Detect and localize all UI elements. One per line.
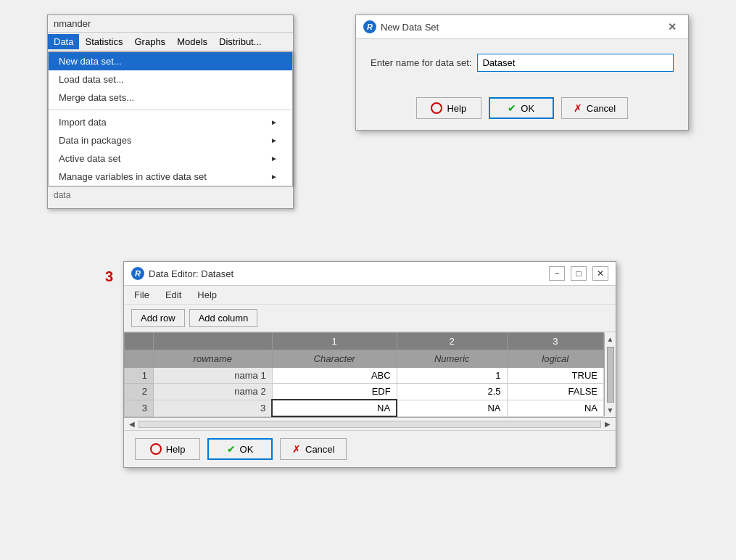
panel2-title-text: New Data Set xyxy=(381,22,439,33)
panel2-ok-button[interactable]: ✔ OK xyxy=(489,97,554,119)
panel3-help-button[interactable]: Help xyxy=(135,438,200,460)
help-lifebuoy-icon xyxy=(431,102,442,114)
panel2-label: Enter name for data set: xyxy=(371,57,471,68)
row2-num: 2 xyxy=(125,384,154,400)
panel3-window-controls: − □ ✕ xyxy=(549,266,608,281)
panel3-ok-button[interactable]: ✔ OK xyxy=(207,438,273,460)
panel2-input-row: Enter name for data set: xyxy=(371,54,674,72)
panel1-title: nmander xyxy=(48,15,293,33)
menu-item-new-data-set[interactable]: New data set... xyxy=(49,52,292,70)
menu-item-data-in-packages[interactable]: Data in packages ► xyxy=(49,131,292,149)
panel3-help-icon xyxy=(150,443,162,455)
menu-item-active-data-set[interactable]: Active data set ► xyxy=(49,149,292,168)
panel3-cancel-button[interactable]: ✗ Cancel xyxy=(280,438,347,460)
panel3-title-left: R Data Editor: Dataset xyxy=(131,267,233,280)
th-empty-corner xyxy=(125,333,154,350)
table-row: 1 nama 1 ABC 1 TRUE xyxy=(125,368,604,384)
scroll-up-arrow[interactable]: ▲ xyxy=(605,333,616,345)
row1-col3[interactable]: TRUE xyxy=(507,368,603,384)
vertical-scrollbar[interactable]: ▲ ▼ xyxy=(604,333,616,416)
panel2-cancel-button[interactable]: ✗ Cancel xyxy=(561,97,628,119)
col-type-row: rowname Character Numeric logical xyxy=(125,350,604,368)
cancel-cross-icon: ✗ xyxy=(574,102,582,114)
scroll-down-arrow[interactable]: ▼ xyxy=(605,404,616,416)
row3-num: 3 xyxy=(125,400,154,416)
row1-name: nama 1 xyxy=(154,368,273,384)
menu-distribut[interactable]: Distribut... xyxy=(213,34,268,49)
row2-col3[interactable]: FALSE xyxy=(507,384,603,400)
panel2-new-dataset: R New Data Set ✕ Enter name for data set… xyxy=(355,15,689,131)
table-container: 1 2 3 rowname Character Numeric logical … xyxy=(124,332,616,417)
add-column-button[interactable]: Add column xyxy=(189,309,258,327)
panel1-partial: data xyxy=(48,186,293,208)
panel3-data-editor: R Data Editor: Dataset − □ ✕ File Edit H… xyxy=(123,261,616,468)
add-row-button[interactable]: Add row xyxy=(131,309,185,327)
panel2-body: Enter name for data set: xyxy=(356,39,688,94)
scroll-thumb[interactable] xyxy=(607,347,614,403)
menu-data[interactable]: Data xyxy=(48,34,79,49)
panel3-toolbar: Add row Add column xyxy=(124,305,616,332)
arrow-import-data: ► xyxy=(270,118,278,126)
arrow-manage-variables: ► xyxy=(270,173,278,181)
th-rowname-label: rowname xyxy=(154,350,273,368)
panel2-help-button[interactable]: Help xyxy=(416,97,481,119)
th-col3-type: logical xyxy=(507,350,603,368)
th-type-corner xyxy=(125,350,154,368)
menu-item-merge-data-sets[interactable]: Merge data sets... xyxy=(49,88,292,107)
th-col1-type: Character xyxy=(272,350,397,368)
table-row: 3 3 NA NA NA xyxy=(125,400,604,416)
panel2-title-bar: R New Data Set ✕ xyxy=(356,15,688,39)
panel1-menubar: Data Statistics Graphs Models Distribut.… xyxy=(48,33,293,52)
panel2-buttons: Help ✔ OK ✗ Cancel xyxy=(356,94,688,130)
panel2-close-button[interactable]: ✕ xyxy=(663,20,681,34)
row3-col3[interactable]: NA xyxy=(507,400,603,416)
menu-item-manage-variables[interactable]: Manage variables in active data set ► xyxy=(49,168,292,186)
panel3-close-button[interactable]: ✕ xyxy=(592,266,608,281)
ok-check-icon: ✔ xyxy=(508,102,516,114)
row2-col2[interactable]: 2.5 xyxy=(397,384,507,400)
scroll-track[interactable] xyxy=(138,421,601,428)
panel3-footer: Help ✔ OK ✗ Cancel xyxy=(124,430,616,467)
panel3-r-icon: R xyxy=(131,267,144,280)
panel3-title-bar: R Data Editor: Dataset − □ ✕ xyxy=(124,262,616,286)
arrow-active-data-set: ► xyxy=(270,155,278,162)
row1-num: 1 xyxy=(125,368,154,384)
panel3-title-text: Data Editor: Dataset xyxy=(149,268,233,279)
panel3-ok-check-icon: ✔ xyxy=(227,443,236,455)
th-col1-num[interactable]: 1 xyxy=(272,333,397,350)
step-label-3: 3 xyxy=(105,268,113,285)
horizontal-scrollbar[interactable]: ◀ ▶ xyxy=(124,417,616,430)
panel3-menu-bar: File Edit Help xyxy=(124,286,616,305)
row1-col1[interactable]: ABC xyxy=(272,368,397,384)
th-col2-num[interactable]: 2 xyxy=(397,333,507,350)
row3-col2[interactable]: NA xyxy=(397,400,507,416)
panel2-dataset-name-input[interactable] xyxy=(477,54,674,72)
scroll-left-arrow[interactable]: ◀ xyxy=(127,420,137,428)
panel3-cancel-cross-icon: ✗ xyxy=(292,443,301,455)
th-col3-num[interactable]: 3 xyxy=(507,333,603,350)
panel3-minimize-button[interactable]: − xyxy=(549,266,565,281)
table-row: 2 nama 2 EDF 2.5 FALSE xyxy=(125,384,604,400)
row1-col2[interactable]: 1 xyxy=(397,368,507,384)
menu-statistics[interactable]: Statistics xyxy=(79,34,128,49)
row3-col1[interactable]: NA xyxy=(272,400,397,416)
row2-name: nama 2 xyxy=(154,384,273,400)
data-menu-dropdown: New data set... Load data set... Merge d… xyxy=(48,52,293,186)
data-table: 1 2 3 rowname Character Numeric logical … xyxy=(124,332,604,417)
menu-graphs[interactable]: Graphs xyxy=(128,34,171,49)
panel3-maximize-button[interactable]: □ xyxy=(571,266,587,281)
menu-models[interactable]: Models xyxy=(171,34,213,49)
row2-col1[interactable]: EDF xyxy=(272,384,397,400)
th-rowname-header xyxy=(154,333,273,350)
panel1-menu: nmander Data Statistics Graphs Models Di… xyxy=(47,15,294,209)
arrow-data-in-packages: ► xyxy=(270,136,278,144)
menu-item-load-data-set[interactable]: Load data set... xyxy=(49,70,292,88)
menu-item-import-data[interactable]: Import data ► xyxy=(49,113,292,131)
row3-name: 3 xyxy=(154,400,273,416)
panel2-title-left: R New Data Set xyxy=(363,20,439,33)
scroll-right-arrow[interactable]: ▶ xyxy=(603,420,613,428)
panel3-menu-file[interactable]: File xyxy=(130,288,154,302)
col-number-row: 1 2 3 xyxy=(125,333,604,350)
panel3-menu-help[interactable]: Help xyxy=(193,288,221,302)
panel3-menu-edit[interactable]: Edit xyxy=(161,288,186,302)
